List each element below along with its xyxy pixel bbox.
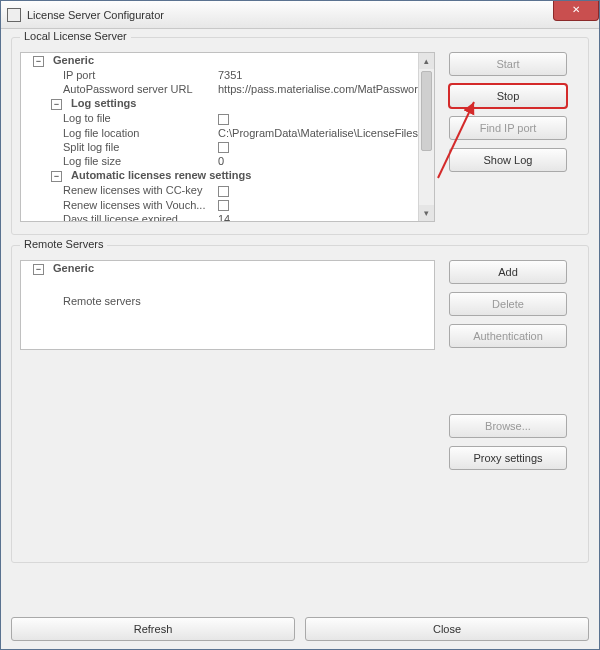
group-remote: Remote Servers − Generic Remote servers …: [11, 245, 589, 563]
row-log-size-label: Log file size: [21, 154, 216, 168]
authentication-button[interactable]: Authentication: [449, 324, 567, 348]
row-auto-url-value[interactable]: https://pass.materialise.com/MatPassword…: [216, 82, 418, 96]
group-remote-label: Remote Servers: [20, 238, 107, 250]
local-tree[interactable]: − Generic IP port 7351 AutoPassword serv…: [20, 52, 435, 222]
row-ip-port-label: IP port: [21, 68, 216, 82]
scroll-up-icon[interactable]: ▴: [419, 53, 434, 69]
scroll-thumb[interactable]: [421, 71, 432, 151]
window-title: License Server Configurator: [27, 9, 164, 21]
stop-button[interactable]: Stop: [449, 84, 567, 108]
start-button[interactable]: Start: [449, 52, 567, 76]
checkbox-renew-cc[interactable]: [218, 186, 229, 197]
find-ip-button[interactable]: Find IP port: [449, 116, 567, 140]
remote-tree[interactable]: − Generic Remote servers: [20, 260, 435, 350]
delete-button[interactable]: Delete: [449, 292, 567, 316]
section-generic: Generic: [53, 54, 94, 66]
collapse-icon[interactable]: −: [51, 171, 62, 182]
checkbox-split-log[interactable]: [218, 142, 229, 153]
group-local: Local License Server − Generic IP port 7…: [11, 37, 589, 235]
checkbox-renew-vouch[interactable]: [218, 200, 229, 211]
checkbox-log-to-file[interactable]: [218, 114, 229, 125]
row-log-to-file-label: Log to file: [21, 111, 216, 126]
row-auto-url-label: AutoPassword server URL: [21, 82, 216, 96]
row-split-log-label: Split log file: [21, 140, 216, 155]
collapse-icon[interactable]: −: [33, 56, 44, 67]
row-renew-vouch-label: Renew licenses with Vouch...: [21, 198, 216, 213]
show-log-button[interactable]: Show Log: [449, 148, 567, 172]
section-remote-generic: Generic: [53, 262, 94, 274]
row-log-location-value[interactable]: C:\ProgramData\Materialise\LicenseFiles: [216, 126, 418, 140]
titlebar: License Server Configurator ✕: [1, 1, 599, 29]
browse-button[interactable]: Browse...: [449, 414, 567, 438]
section-log-settings: Log settings: [71, 97, 136, 109]
refresh-button[interactable]: Refresh: [11, 617, 295, 641]
row-log-location-label: Log file location: [21, 126, 216, 140]
content: Local License Server − Generic IP port 7…: [1, 29, 599, 579]
row-days-till-label: Days till license expired: [21, 212, 216, 222]
row-remote-servers-value[interactable]: [216, 294, 434, 308]
remote-side-buttons: Add Delete Authentication Browse... Prox…: [449, 260, 567, 470]
local-side-buttons: Start Stop Find IP port Show Log: [449, 52, 567, 172]
row-remote-servers-label: Remote servers: [21, 294, 216, 308]
row-renew-cc-label: Renew licenses with CC-key: [21, 183, 216, 198]
close-footer-button[interactable]: Close: [305, 617, 589, 641]
scroll-down-icon[interactable]: ▾: [419, 205, 434, 221]
group-local-label: Local License Server: [20, 30, 131, 42]
row-days-till-value[interactable]: 14: [216, 212, 418, 222]
collapse-icon[interactable]: −: [51, 99, 62, 110]
collapse-icon[interactable]: −: [33, 264, 44, 275]
scrollbar[interactable]: ▴ ▾: [418, 53, 434, 221]
proxy-settings-button[interactable]: Proxy settings: [449, 446, 567, 470]
close-button[interactable]: ✕: [553, 1, 599, 21]
window: License Server Configurator ✕ Local Lice…: [0, 0, 600, 650]
footer: Refresh Close: [11, 617, 589, 641]
add-button[interactable]: Add: [449, 260, 567, 284]
row-ip-port-value[interactable]: 7351: [216, 68, 418, 82]
app-icon: [7, 8, 21, 22]
row-log-size-value[interactable]: 0: [216, 154, 418, 168]
section-auto-renew: Automatic licenses renew settings: [71, 169, 251, 181]
